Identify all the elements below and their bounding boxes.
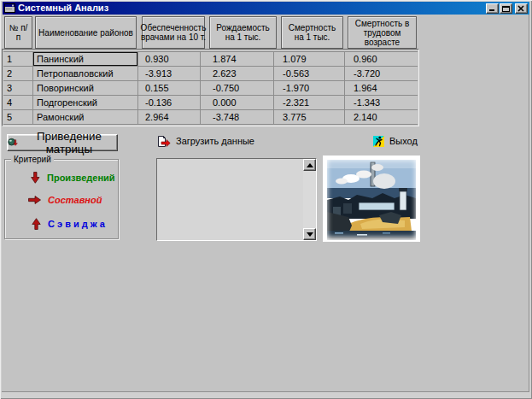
cell-value[interactable]: 3.775 xyxy=(274,110,345,124)
minimize-button[interactable] xyxy=(486,3,499,14)
cell-district[interactable]: Рамонский xyxy=(33,110,138,124)
exit-running-man-icon xyxy=(373,136,384,147)
cell-value[interactable]: 2.964 xyxy=(138,110,201,124)
results-listbox[interactable] xyxy=(156,158,317,241)
cell-value[interactable]: 1.964 xyxy=(345,81,418,95)
table-row: 2 Петропавловский -3.913 2.623 -0.563 -3… xyxy=(3,67,418,81)
load-data-button[interactable]: Загрузить данные xyxy=(157,134,254,148)
reduce-matrix-label: Приведение матрицы xyxy=(21,130,117,155)
cell-value[interactable]: -0.136 xyxy=(138,96,201,109)
arrow-down-icon xyxy=(31,172,40,184)
scroll-up-icon xyxy=(307,163,313,167)
cell-value[interactable]: -1.343 xyxy=(345,96,418,109)
scroll-up-button[interactable] xyxy=(303,159,316,171)
arrow-right-icon xyxy=(28,196,41,204)
col-header-birthrate: Рождаемость на 1 тыс. xyxy=(209,16,277,49)
col-header-district: Наименование районов xyxy=(35,16,137,49)
criterion-composite[interactable]: Составной xyxy=(28,195,102,205)
criteria-groupbox: Критерий Произведений Составной С э в и … xyxy=(4,159,119,239)
cell-value[interactable]: -3.913 xyxy=(138,67,201,80)
exit-button[interactable]: Выход xyxy=(373,134,418,148)
table-row: 3 Поворинский 0.155 -0.750 -1.970 1.964 xyxy=(3,81,418,96)
criterion-label: Произведений xyxy=(47,173,115,183)
criteria-groupbox-title: Критерий xyxy=(11,155,54,164)
cell-row-number[interactable]: 1 xyxy=(3,52,33,66)
window-title: Системный Анализ xyxy=(18,3,108,13)
cell-row-number[interactable]: 4 xyxy=(3,96,33,109)
title-bar[interactable]: Системный Анализ xyxy=(3,2,529,15)
cell-value[interactable]: 0.960 xyxy=(345,52,418,66)
matrix-sphere-icon xyxy=(8,137,18,149)
table-row: 1 Панинский 0.930 1.874 1.079 0.960 xyxy=(3,51,418,67)
cell-value[interactable]: -0.563 xyxy=(274,67,345,80)
cell-district[interactable]: Поворинский xyxy=(33,81,138,95)
col-header-doctors: Обеспеченность врачами на 10 т. xyxy=(142,16,205,49)
cell-value[interactable]: 0.930 xyxy=(138,52,201,66)
factory-painting-image xyxy=(323,155,420,242)
cell-value[interactable]: 1.874 xyxy=(201,52,274,66)
cell-value[interactable]: 0.000 xyxy=(201,96,274,109)
table-row: 5 Рамонский 2.964 -3.748 3.775 2.140 xyxy=(3,110,418,125)
scroll-down-button[interactable] xyxy=(303,228,316,240)
cell-value[interactable]: 0.155 xyxy=(138,81,201,95)
load-data-icon xyxy=(157,135,171,148)
criterion-label: С э в и д ж а xyxy=(48,219,105,229)
load-data-label: Загрузить данные xyxy=(176,136,254,146)
cell-row-number[interactable]: 3 xyxy=(3,81,33,95)
cell-district-selected[interactable]: Панинский xyxy=(33,52,138,66)
minimize-icon xyxy=(489,9,494,11)
cell-row-number[interactable]: 2 xyxy=(3,67,33,80)
cell-value[interactable]: -2.321 xyxy=(274,96,345,109)
scroll-down-icon xyxy=(307,232,313,237)
app-form-icon xyxy=(4,3,15,13)
data-grid: 1 Панинский 0.930 1.874 1.079 0.960 2 Пе… xyxy=(2,49,419,126)
cell-value[interactable]: -0.750 xyxy=(201,81,274,95)
col-header-working-age-mortality: Смертность в трудовом возрасте xyxy=(348,16,417,49)
close-button[interactable] xyxy=(515,3,528,14)
reduce-matrix-button[interactable]: Приведение матрицы xyxy=(7,134,118,151)
cell-value[interactable]: -3.748 xyxy=(201,110,274,124)
col-header-mortality: Смертность на 1 тыс. xyxy=(281,16,343,49)
cell-value[interactable]: 1.079 xyxy=(274,52,345,66)
criterion-savage[interactable]: С э в и д ж а xyxy=(32,218,105,230)
app-window: Системный Анализ № п/п Наименование райо… xyxy=(0,0,532,399)
cell-value[interactable]: -1.970 xyxy=(274,81,345,95)
close-icon xyxy=(516,4,527,13)
cell-value[interactable]: 2.140 xyxy=(345,110,418,124)
col-header-num: № п/п xyxy=(4,16,32,49)
cell-value[interactable]: -3.720 xyxy=(345,67,418,80)
table-row: 4 Подгоренский -0.136 0.000 -2.321 -1.34… xyxy=(3,96,418,110)
exit-label: Выход xyxy=(389,136,418,146)
cell-district[interactable]: Подгоренский xyxy=(33,96,138,109)
cell-district[interactable]: Петропавловский xyxy=(33,67,138,80)
arrow-up-icon xyxy=(32,218,41,230)
maximize-icon xyxy=(502,6,510,12)
vertical-scrollbar[interactable] xyxy=(303,159,316,240)
cell-value[interactable]: 2.623 xyxy=(201,67,274,80)
cell-row-number[interactable]: 5 xyxy=(3,110,33,124)
maximize-button[interactable] xyxy=(500,3,512,14)
criterion-label: Составной xyxy=(48,195,102,205)
criterion-product[interactable]: Произведений xyxy=(31,172,115,184)
